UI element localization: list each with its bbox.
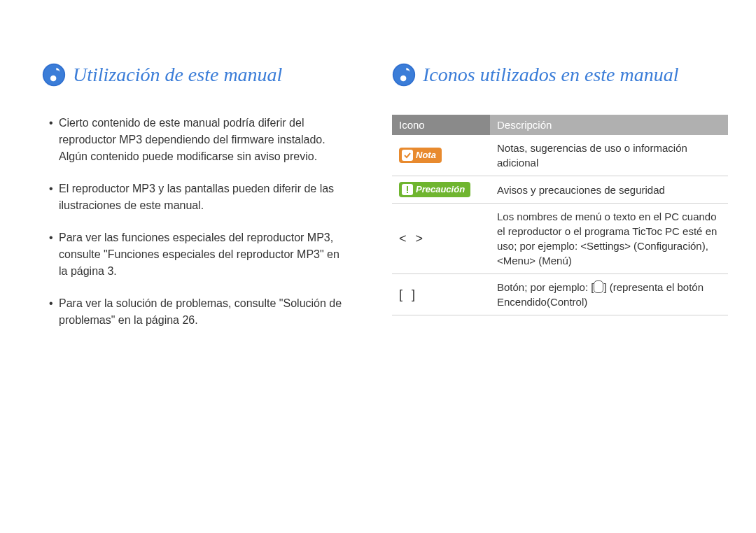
bullet-item: Cierto contenido de este manual podría d… bbox=[49, 115, 350, 165]
left-bullet-list: Cierto contenido de este manual podría d… bbox=[42, 115, 350, 329]
right-heading: Iconos utilizados en este manual bbox=[392, 63, 728, 87]
button-glyph-icon bbox=[594, 280, 603, 293]
icon-cell-bracket: [ ] bbox=[392, 274, 490, 315]
desc-cell: Botón; por ejemplo: [] (representa el bo… bbox=[490, 274, 728, 315]
bullet-item: El reproductor MP3 y las pantallas puede… bbox=[49, 180, 350, 214]
svg-point-1 bbox=[44, 65, 64, 85]
right-column: Iconos utilizados en este manual Icono D… bbox=[392, 63, 728, 344]
desc-cell: Avisos y precauciones de seguridad bbox=[490, 176, 728, 204]
left-title: Utilización de este manual bbox=[73, 64, 282, 86]
icons-table: Icono Descripción Nota Notas, sugerenci bbox=[392, 115, 728, 315]
right-title: Iconos utilizados en este manual bbox=[423, 64, 679, 86]
svg-point-3 bbox=[394, 65, 414, 85]
table-row: Nota Notas, sugerencias de uso o informa… bbox=[392, 135, 728, 176]
header-icono: Icono bbox=[392, 115, 490, 135]
desc-cell: Los nombres de menú o texto en el PC cua… bbox=[490, 204, 728, 274]
icon-cell-nota: Nota bbox=[392, 135, 490, 176]
left-column: Utilización de este manual Cierto conten… bbox=[42, 63, 350, 344]
exclamation-icon bbox=[402, 184, 413, 195]
table-row: [ ] Botón; por ejemplo: [] (representa e… bbox=[392, 274, 728, 315]
table-header-row: Icono Descripción bbox=[392, 115, 728, 135]
table-row: Precaución Avisos y precauciones de segu… bbox=[392, 176, 728, 204]
desc-cell: Notas, sugerencias de uso o información … bbox=[490, 135, 728, 176]
table-row: < > Los nombres de menú o texto en el PC… bbox=[392, 204, 728, 274]
header-descripcion: Descripción bbox=[490, 115, 728, 135]
check-icon bbox=[402, 150, 413, 161]
nota-badge: Nota bbox=[399, 148, 442, 163]
manual-page: Utilización de este manual Cierto conten… bbox=[0, 0, 756, 372]
svg-rect-5 bbox=[407, 192, 408, 193]
svg-rect-4 bbox=[407, 186, 408, 191]
bullet-item: Para ver la solución de problemas, consu… bbox=[49, 295, 350, 329]
precaucion-badge: Precaución bbox=[399, 182, 470, 197]
precaucion-label: Precaución bbox=[416, 183, 465, 196]
music-note-icon bbox=[392, 63, 416, 87]
desc-pre: Botón; por ejemplo: [ bbox=[497, 281, 594, 293]
icon-cell-precaucion: Precaución bbox=[392, 176, 490, 204]
icon-cell-angle: < > bbox=[392, 204, 490, 274]
nota-label: Nota bbox=[416, 149, 436, 162]
music-note-icon bbox=[42, 63, 66, 87]
bullet-item: Para ver las funciones especiales del re… bbox=[49, 229, 350, 280]
left-heading: Utilización de este manual bbox=[42, 63, 350, 87]
